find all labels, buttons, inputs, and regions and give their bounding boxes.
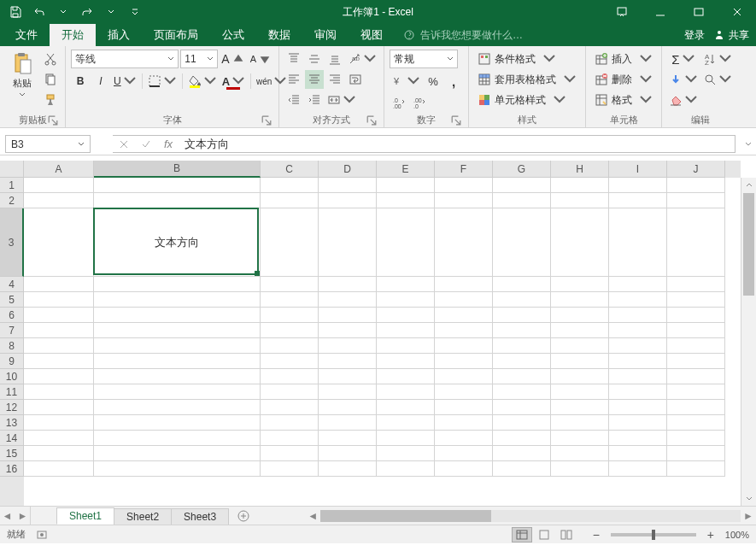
macro-recorder-icon[interactable]: [36, 529, 48, 541]
close-button[interactable]: [718, 0, 756, 24]
number-dialog-launcher[interactable]: [451, 115, 461, 126]
cell-F13[interactable]: [435, 415, 493, 431]
cell-B6[interactable]: [94, 308, 261, 323]
cell-B4[interactable]: [94, 277, 261, 292]
cell-A1[interactable]: [24, 178, 94, 193]
cell-E1[interactable]: [377, 178, 435, 193]
cell-J4[interactable]: [667, 277, 725, 292]
italic-button[interactable]: I: [91, 72, 110, 91]
scroll-right-button[interactable]: ►: [741, 508, 756, 524]
cell-G3[interactable]: [493, 208, 551, 277]
cell-G1[interactable]: [493, 178, 551, 193]
cell-F2[interactable]: [435, 193, 493, 208]
cell-E9[interactable]: [377, 354, 435, 369]
cell-H14[interactable]: [551, 431, 609, 446]
cell-H15[interactable]: [551, 446, 609, 461]
row-header-15[interactable]: 15: [0, 446, 24, 461]
cell-A5[interactable]: [24, 292, 94, 308]
cell-C4[interactable]: [261, 277, 319, 292]
align-middle-button[interactable]: [305, 50, 324, 68]
maximize-button[interactable]: [679, 0, 718, 24]
cell-J10[interactable]: [667, 369, 725, 384]
ribbon-tab-数据[interactable]: 数据: [256, 24, 302, 46]
cell-B10[interactable]: [94, 369, 261, 384]
font-name-combo[interactable]: 等线: [71, 50, 179, 68]
cell-J7[interactable]: [667, 323, 725, 338]
cell-G13[interactable]: [493, 415, 551, 431]
cell-D10[interactable]: [319, 369, 377, 384]
cell-C8[interactable]: [261, 338, 319, 354]
cell-H6[interactable]: [551, 308, 609, 323]
cell-C9[interactable]: [261, 354, 319, 369]
cell-F6[interactable]: [435, 308, 493, 323]
increase-font-button[interactable]: A: [220, 50, 246, 68]
cancel-edit-button[interactable]: [113, 136, 135, 152]
login-link[interactable]: 登录: [684, 28, 705, 43]
cell-C11[interactable]: [261, 384, 319, 400]
cell-D13[interactable]: [319, 415, 377, 431]
cell-F12[interactable]: [435, 400, 493, 415]
cell-F8[interactable]: [435, 338, 493, 354]
cell-E16[interactable]: [377, 461, 435, 477]
cell-A11[interactable]: [24, 384, 94, 400]
increase-indent-button[interactable]: [305, 91, 324, 109]
cell-G11[interactable]: [493, 384, 551, 400]
cell-A16[interactable]: [24, 461, 94, 477]
cell-J15[interactable]: [667, 446, 725, 461]
cell-H2[interactable]: [551, 193, 609, 208]
scroll-down-button[interactable]: [741, 490, 756, 506]
cell-A2[interactable]: [24, 193, 94, 208]
redo-button[interactable]: [77, 2, 97, 22]
cell-H5[interactable]: [551, 292, 609, 308]
row-header-9[interactable]: 9: [0, 354, 24, 369]
align-top-button[interactable]: [284, 50, 303, 68]
confirm-edit-button[interactable]: [135, 136, 157, 152]
sheet-nav-next[interactable]: ►: [18, 510, 28, 522]
undo-button[interactable]: [29, 2, 50, 22]
select-all-button[interactable]: [0, 161, 24, 178]
zoom-slider[interactable]: [611, 533, 696, 536]
cell-D16[interactable]: [319, 461, 377, 477]
cell-C12[interactable]: [261, 400, 319, 415]
percent-button[interactable]: %: [424, 72, 442, 91]
cell-H7[interactable]: [551, 323, 609, 338]
row-header-5[interactable]: 5: [0, 292, 24, 308]
cell-D7[interactable]: [319, 323, 377, 338]
cell-F5[interactable]: [435, 292, 493, 308]
cell-E3[interactable]: [377, 208, 435, 277]
column-header-G[interactable]: G: [493, 161, 551, 178]
normal-view-button[interactable]: [512, 527, 532, 542]
comma-button[interactable]: ,: [444, 72, 463, 91]
cell-B3[interactable]: 文本方向: [94, 208, 261, 277]
cell-H9[interactable]: [551, 354, 609, 369]
cell-B1[interactable]: [94, 178, 261, 193]
cell-G9[interactable]: [493, 354, 551, 369]
cell-C6[interactable]: [261, 308, 319, 323]
cell-E7[interactable]: [377, 323, 435, 338]
column-header-J[interactable]: J: [667, 161, 725, 178]
cell-B5[interactable]: [94, 292, 261, 308]
align-left-button[interactable]: [284, 70, 303, 89]
ribbon-tab-审阅[interactable]: 审阅: [302, 24, 349, 46]
cell-I12[interactable]: [609, 400, 667, 415]
cell-I7[interactable]: [609, 323, 667, 338]
cell-F11[interactable]: [435, 384, 493, 400]
page-break-view-button[interactable]: [556, 527, 577, 542]
column-header-C[interactable]: C: [261, 161, 319, 178]
cell-E11[interactable]: [377, 384, 435, 400]
cell-E8[interactable]: [377, 338, 435, 354]
format-cells-button[interactable]: 格式: [591, 91, 656, 109]
cell-D12[interactable]: [319, 400, 377, 415]
column-header-E[interactable]: E: [377, 161, 435, 178]
save-button[interactable]: [5, 2, 26, 22]
formula-input[interactable]: 文本方向: [179, 135, 735, 153]
cell-A15[interactable]: [24, 446, 94, 461]
insert-function-button[interactable]: fx: [157, 136, 179, 152]
cell-J12[interactable]: [667, 400, 725, 415]
cell-G15[interactable]: [493, 446, 551, 461]
ribbon-tab-页面布局[interactable]: 页面布局: [142, 24, 210, 46]
row-header-8[interactable]: 8: [0, 338, 24, 354]
cell-I6[interactable]: [609, 308, 667, 323]
cell-styles-button[interactable]: 单元格样式: [474, 91, 570, 109]
vertical-scrollbar[interactable]: [741, 178, 756, 506]
